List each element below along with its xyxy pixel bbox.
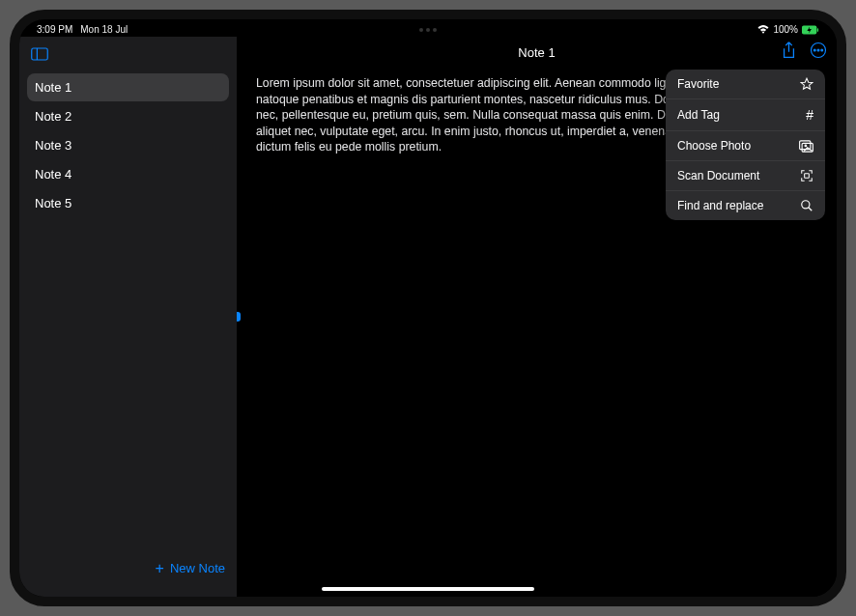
svg-point-7 [821, 49, 823, 51]
menu-item-favorite[interactable]: Favorite [666, 70, 825, 99]
new-note-label: New Note [170, 561, 225, 575]
svg-rect-11 [805, 174, 810, 179]
sidebar-toggle-icon[interactable] [31, 47, 48, 61]
status-date: Mon 18 Jul [80, 24, 128, 35]
menu-item-scan-document[interactable]: Scan Document [666, 161, 825, 191]
menu-label: Favorite [677, 77, 719, 91]
menu-label: Scan Document [677, 169, 759, 182]
note-item[interactable]: Note 3 [27, 131, 229, 159]
note-list: Note 1 Note 2 Note 3 Note 4 Note 5 [19, 68, 237, 551]
home-indicator[interactable] [322, 587, 534, 591]
note-item[interactable]: Note 4 [27, 160, 229, 188]
svg-point-12 [802, 201, 810, 209]
note-item[interactable]: Note 1 [27, 73, 229, 101]
menu-item-add-tag[interactable]: Add Tag # [666, 99, 825, 131]
status-time: 3:09 PM [37, 24, 72, 35]
menu-label: Add Tag [677, 108, 720, 122]
svg-point-5 [813, 49, 815, 51]
scroll-indicator [237, 312, 241, 322]
scan-icon [800, 169, 813, 182]
svg-rect-1 [817, 28, 818, 32]
svg-line-13 [809, 208, 813, 211]
svg-point-10 [805, 145, 807, 147]
plus-icon: + [156, 562, 164, 575]
note-title: Note 1 [518, 45, 555, 60]
actions-menu: Favorite Add Tag # Choose Photo Scan [666, 70, 825, 220]
search-icon [800, 199, 813, 212]
main-content: Note 1 Lorem ipsum dolor sit amet, conse… [237, 37, 837, 597]
menu-item-find-replace[interactable]: Find and replace [666, 191, 825, 220]
photo-icon [799, 140, 813, 153]
wifi-icon [757, 24, 769, 36]
note-item[interactable]: Note 2 [27, 102, 229, 130]
menu-item-choose-photo[interactable]: Choose Photo [666, 131, 825, 161]
sidebar: Note 1 Note 2 Note 3 Note 4 Note 5 + New… [19, 37, 237, 597]
svg-rect-2 [32, 48, 48, 60]
new-note-button[interactable]: + New Note [19, 551, 237, 597]
front-camera [419, 28, 437, 32]
hash-icon: # [806, 107, 813, 123]
menu-label: Choose Photo [677, 139, 751, 153]
share-icon[interactable] [782, 42, 796, 63]
more-icon[interactable] [810, 42, 827, 63]
star-icon [800, 77, 813, 91]
battery-percent: 100% [773, 24, 798, 35]
battery-icon [802, 25, 819, 35]
svg-point-6 [817, 49, 819, 51]
menu-label: Find and replace [677, 199, 763, 212]
note-item[interactable]: Note 5 [27, 189, 229, 217]
